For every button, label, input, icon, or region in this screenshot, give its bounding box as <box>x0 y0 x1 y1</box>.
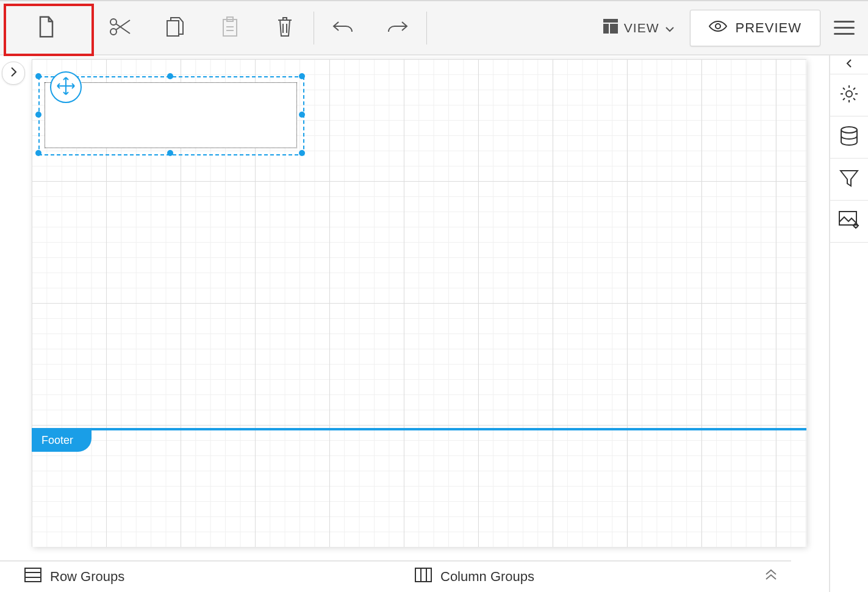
chevron-down-icon <box>665 21 674 35</box>
rows-icon <box>24 568 41 586</box>
properties-panel-button[interactable] <box>830 74 868 116</box>
toolbar-separator <box>314 12 314 45</box>
document-icon <box>37 16 56 40</box>
report-page[interactable]: Footer <box>32 59 806 547</box>
footer-divider <box>32 428 806 430</box>
collapse-side-panel-button[interactable] <box>830 55 868 74</box>
design-canvas-wrapper: Footer Row Groups Column Groups <box>0 55 829 592</box>
resize-handle-se[interactable] <box>299 150 305 156</box>
gear-icon <box>839 84 859 106</box>
svg-rect-2 <box>167 21 179 36</box>
svg-point-1 <box>110 29 117 35</box>
double-chevron-up-icon <box>764 569 778 584</box>
database-icon <box>840 126 858 148</box>
copy-button[interactable] <box>148 0 203 55</box>
resize-handle-w[interactable] <box>35 112 41 118</box>
resize-handle-s[interactable] <box>167 150 173 156</box>
new-document-button[interactable] <box>0 0 93 55</box>
delete-button[interactable] <box>257 0 312 55</box>
footer-section-tab[interactable]: Footer <box>32 430 91 452</box>
svg-rect-10 <box>415 568 431 582</box>
svg-rect-6 <box>603 24 609 34</box>
svg-rect-7 <box>610 24 618 34</box>
svg-rect-5 <box>603 19 618 23</box>
hamburger-icon <box>834 21 855 23</box>
columns-icon <box>415 568 432 586</box>
top-toolbar: VIEW PREVIEW <box>0 0 868 55</box>
column-groups-section[interactable]: Column Groups <box>415 568 534 586</box>
view-dropdown[interactable]: VIEW <box>587 0 690 55</box>
paste-button[interactable] <box>203 0 257 55</box>
resize-handle-e[interactable] <box>299 112 305 118</box>
cut-button[interactable] <box>93 0 148 55</box>
data-panel-button[interactable] <box>830 116 868 159</box>
resize-handle-nw[interactable] <box>35 73 41 79</box>
image-panel-button[interactable] <box>830 201 868 243</box>
svg-point-11 <box>846 91 852 97</box>
eye-icon <box>709 20 727 36</box>
view-label: VIEW <box>624 21 659 35</box>
filter-panel-button[interactable] <box>830 159 868 201</box>
menu-button[interactable] <box>820 0 868 55</box>
preview-button[interactable]: PREVIEW <box>690 10 820 46</box>
resize-handle-sw[interactable] <box>35 150 41 156</box>
row-groups-section[interactable]: Row Groups <box>24 568 415 586</box>
side-panel <box>829 55 868 592</box>
expand-panel-button[interactable] <box>2 62 25 85</box>
svg-point-12 <box>841 127 857 133</box>
undo-icon <box>332 20 353 37</box>
chevron-right-icon <box>10 66 17 80</box>
chevron-left-icon <box>845 59 853 71</box>
svg-rect-9 <box>25 568 41 582</box>
trash-icon <box>276 16 293 40</box>
copy-icon <box>166 16 184 40</box>
row-groups-label: Row Groups <box>50 569 124 585</box>
resize-handle-ne[interactable] <box>299 73 305 79</box>
footer-label: Footer <box>41 434 73 446</box>
move-icon <box>57 77 75 98</box>
filter-icon <box>839 168 859 190</box>
svg-point-0 <box>110 19 117 25</box>
preview-label: PREVIEW <box>736 20 802 36</box>
svg-point-8 <box>716 24 720 29</box>
undo-button[interactable] <box>315 0 370 55</box>
svg-rect-13 <box>839 212 856 225</box>
resize-handle-n[interactable] <box>167 73 173 79</box>
svg-rect-3 <box>223 20 237 36</box>
redo-icon <box>387 20 408 37</box>
image-settings-icon <box>839 211 859 232</box>
clipboard-icon <box>221 16 239 40</box>
groups-bar: Row Groups Column Groups <box>0 560 791 592</box>
layout-icon <box>603 19 618 37</box>
collapse-groups-button[interactable] <box>764 568 778 585</box>
scissors-icon <box>109 18 131 38</box>
toolbar-separator <box>426 12 427 45</box>
move-handle[interactable] <box>50 71 82 103</box>
redo-button[interactable] <box>370 0 425 55</box>
column-groups-label: Column Groups <box>440 569 534 585</box>
